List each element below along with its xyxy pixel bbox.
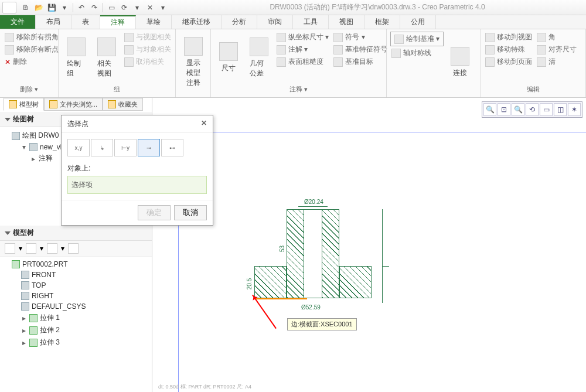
move-to-page[interactable]: 移动到页面 [484,56,533,67]
tab-tools[interactable]: 工具 [293,15,329,29]
dialog-object-label: 对象上: [67,163,207,173]
sheet-icon[interactable]: ▭ [540,103,553,116]
tab-table[interactable]: 表 [71,15,100,29]
navigator-tabs: 模型树 文件夹浏览... 收藏夹 [4,98,143,111]
tab-sketch[interactable]: 草绘 [136,15,172,29]
surface-finish[interactable]: 表面粗糙度 [275,56,330,67]
show-model-annotations[interactable]: 显示模型 注释 [179,32,207,93]
undo-icon[interactable]: ↶ [76,2,87,13]
tab-analysis[interactable]: 分析 [222,15,257,29]
corner-icon [5,33,14,42]
mode-btn-4[interactable]: ⊸ [138,139,160,156]
view-toolbar: 🔍 ⊡ 🔍 ⟲ ▭ ◫ ✶ [482,101,582,118]
nav-tab-model-tree[interactable]: 模型树 [4,98,44,111]
tree-settings-icon[interactable] [26,243,36,254]
dialog-close-button[interactable]: ✕ [201,119,207,129]
refit-icon[interactable]: ⟲ [526,103,539,116]
select-icon[interactable]: ▭ [105,2,117,13]
nav-tab-favorites[interactable]: 收藏夹 [103,98,143,111]
display-style-icon[interactable]: ✶ [568,103,581,116]
tree-item[interactable]: ▸拉伸 1 [0,312,152,324]
selected-edge[interactable] [254,298,307,299]
remove-all-corners[interactable]: 移除所有拐角 [4,32,60,43]
mode-btn-3[interactable]: ⊢y [114,139,137,156]
quick-access-toolbar: 🗎 📂 💾 ▾ ↶ ↷ ▭ ⟳ ▾ ✕ ▾ [20,2,169,13]
draw-datum-button[interactable]: 绘制基准 ▾ [390,32,444,46]
save-dropdown-icon[interactable]: ▾ [59,2,70,13]
tab-annotate[interactable]: 注释 [100,15,136,29]
group-delete-label: 删除 ▾ [4,84,54,95]
tab-layout[interactable]: 布局 [36,15,71,29]
options-dropdown-icon[interactable]: ▾ [157,2,169,13]
mode-btn-5[interactable]: ⊷ [161,139,183,156]
tree-icon [9,100,17,108]
new-icon[interactable]: 🗎 [20,2,32,13]
zoom-fit-icon[interactable]: ⊡ [498,103,510,116]
note-button[interactable]: 注解 ▾ [275,44,330,55]
nav-tab-folder[interactable]: 文件夹浏览... [44,98,103,111]
redo-icon[interactable]: ↷ [88,2,100,13]
dialog-cancel-button[interactable]: 取消 [174,205,207,220]
zoom-in-icon[interactable]: 🔍 [483,103,496,116]
tree-item[interactable]: ▸拉伸 3 [0,336,152,349]
windows-icon[interactable]: ▾ [131,2,143,13]
unrelate[interactable]: 取消相关 [123,56,172,67]
tab-common[interactable]: 公用 [400,15,436,29]
open-icon[interactable]: 📂 [33,2,45,13]
close-win-icon[interactable]: ✕ [144,2,156,13]
relate-to-view[interactable]: 与视图相关 [123,32,172,43]
datum-target[interactable]: 基准目标 [332,56,389,67]
tab-inherit[interactable]: 继承迁移 [172,15,222,29]
title-bar: 🗎 📂 💾 ▾ ↶ ↷ ▭ ⟳ ▾ ✕ ▾ DRW0003 (活动的) F:\晴… [0,0,586,15]
ordinate-dim[interactable]: 纵坐标尺寸 ▾ [275,32,330,43]
tree-show-icon[interactable] [47,243,57,254]
datum-feature[interactable]: 基准特征符号 [332,44,389,55]
group-edit-label: 编辑 [484,84,582,95]
move-special[interactable]: 移动特殊 [484,44,533,55]
draw-group-button[interactable]: 绘制组 [62,32,90,84]
cleanup[interactable]: 清 [536,56,578,67]
tree-search-icon[interactable] [68,243,79,254]
relate-view-button[interactable]: 相关视图 [93,32,121,84]
relate-to-object[interactable]: 与对象相关 [123,44,172,55]
mode-btn-2[interactable]: ↳ [91,139,113,156]
gtol-button[interactable]: 几何公差 [245,32,273,84]
delete-button[interactable]: ✕删除 [4,56,60,67]
tree-item[interactable]: ▸拉伸 2 [0,324,152,336]
dim-left[interactable]: 20.5 [246,278,253,289]
model-tree-header[interactable]: 模型树 [0,226,152,241]
dim-top[interactable]: Ø20.24 [304,199,323,205]
folder-icon [49,100,57,108]
tab-frame[interactable]: 框架 [364,15,400,29]
connect-button[interactable]: 连接 [446,32,474,93]
align-dim[interactable]: 对齐尺寸 [536,44,578,55]
tree-item[interactable]: TOP [0,280,152,291]
tree-item[interactable]: DEFAULT_CSYS [0,301,152,312]
tree-part-root[interactable]: PRT0002.PRT [0,259,152,270]
dim-height[interactable]: 53 [279,246,285,252]
drawing-canvas[interactable]: 🔍 ⊡ 🔍 ⟲ ▭ ◫ ✶ Ø20.24 53 20.5 Ø52.59 [152,98,586,392]
axis-sym-line[interactable]: 轴对称线 [390,47,444,59]
zoom-out-icon[interactable]: 🔍 [512,103,524,116]
section-view[interactable]: Ø20.24 53 20.5 Ø52.59 [254,199,389,301]
symbol-button[interactable]: 符号 ▾ [332,32,389,43]
mode-btn-1[interactable]: x,y [67,139,90,156]
dim-bottom[interactable]: Ø52.59 [301,304,321,311]
edge-tooltip: 边:横截面:XSEC0001 [287,318,357,330]
system-menu-icon[interactable] [2,2,16,13]
tab-review[interactable]: 审阅 [257,15,293,29]
tree-filter-icon[interactable] [5,243,15,254]
regen-icon[interactable]: ⟳ [118,2,130,13]
dimension-button[interactable]: 尺寸 [214,32,243,84]
tab-view[interactable]: 视图 [329,15,364,29]
corner-edit[interactable]: 角 [536,32,578,43]
move-to-view[interactable]: 移动到视图 [484,32,533,43]
display-icon[interactable]: ◫ [554,103,567,116]
tree-item[interactable]: RIGHT [0,291,152,301]
save-icon[interactable]: 💾 [46,2,57,13]
remove-all-breaks[interactable]: 移除所有断点 [4,44,60,55]
dialog-ok-button[interactable]: 确定 [138,205,171,220]
tree-item[interactable]: FRONT [0,270,152,280]
selection-box[interactable]: 选择项 [67,176,207,194]
tab-file[interactable]: 文件 [0,15,36,29]
